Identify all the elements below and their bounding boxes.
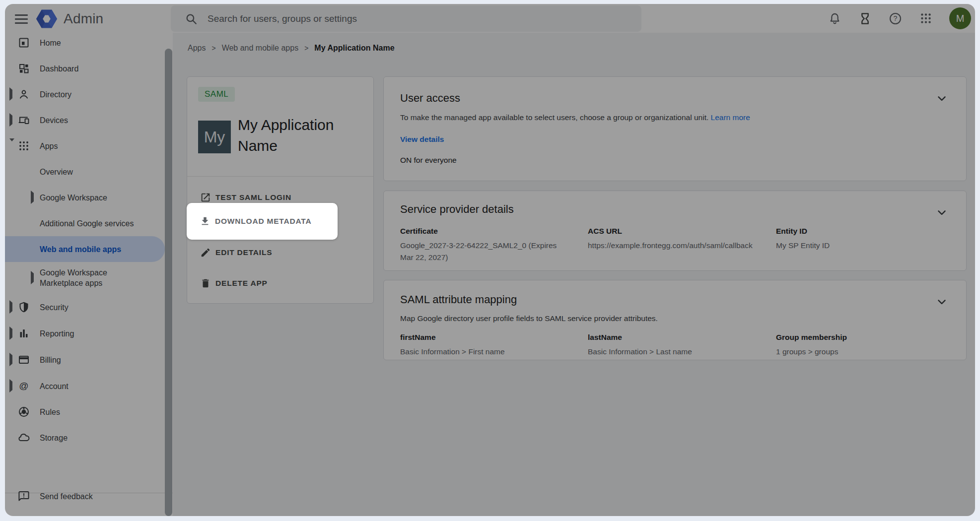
action-label: DOWNLOAD METADATA [215, 217, 311, 226]
download-metadata-spotlight-button[interactable]: DOWNLOAD METADATA [187, 203, 338, 240]
dim-overlay [5, 4, 975, 516]
admin-console-window: Admin [5, 4, 975, 516]
download-icon [200, 216, 210, 227]
